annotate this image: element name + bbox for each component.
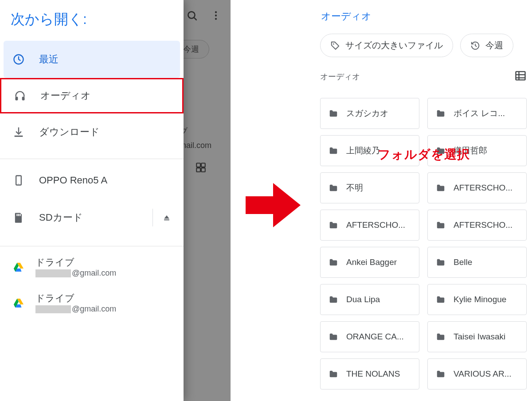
drawer-item-device[interactable]: OPPO Reno5 A [0, 162, 184, 199]
folder-icon [328, 220, 339, 230]
folder-icon [435, 369, 446, 379]
folder-icon [328, 332, 339, 342]
folder-card[interactable]: Taisei Iwasaki [427, 321, 527, 352]
folder-icon [328, 369, 339, 379]
account-email: @gmail.com [35, 304, 116, 314]
divider [0, 159, 184, 159]
drive-icon [12, 262, 25, 273]
folder-name: AFTERSCHO... [346, 220, 405, 230]
folder-name: Ankei Bagger [346, 257, 397, 267]
drawer-item-downloads[interactable]: ダウンロード [0, 113, 184, 151]
drawer-account[interactable]: ドライブ @gmail.com [0, 285, 184, 321]
left-screenshot: 今週 ブ mail.com 次から開く: 最近 オーディオ ダウンロード OPP… [0, 0, 231, 401]
folder-card[interactable]: AFTERSCHO... [427, 210, 527, 241]
callout-annotation: フォルダを選択 [378, 146, 470, 163]
account-label: ドライブ [35, 292, 116, 304]
tag-icon [330, 41, 340, 51]
drawer-account[interactable]: ドライブ @gmail.com [0, 249, 184, 285]
chip-label: サイズの大きいファイル [345, 39, 443, 51]
download-icon [12, 126, 25, 138]
right-screenshot: オーディオ サイズの大きいファイル 今週 オーディオ フォルダを選択 スガシカオ… [315, 0, 532, 401]
folder-icon [435, 295, 446, 304]
folder-icon [435, 257, 446, 267]
folder-name: VARIOUS AR... [454, 369, 512, 379]
divider [0, 246, 184, 246]
folder-name: AFTERSCHO... [454, 183, 512, 193]
headphones-icon [14, 90, 26, 102]
redacted [35, 269, 71, 277]
clock-icon [12, 53, 25, 66]
folder-icon [328, 295, 339, 304]
folder-card[interactable]: ボイス レコ... [427, 98, 527, 129]
account-email: @gmail.com [35, 269, 116, 278]
folder-name: ボイス レコ... [454, 108, 505, 119]
phone-icon [12, 174, 25, 187]
drawer-item-recent[interactable]: 最近 [4, 41, 180, 78]
folder-icon [435, 332, 446, 342]
folder-icon [435, 220, 446, 230]
drawer-title: 次から開く: [0, 0, 184, 41]
folder-name: スガシカオ [346, 108, 388, 119]
folder-icon [435, 183, 446, 193]
folder-icon [328, 109, 339, 118]
folder-card[interactable]: AFTERSCHO... [427, 172, 527, 203]
folder-name: Taisei Iwasaki [454, 332, 505, 342]
filter-chips: サイズの大きいファイル 今週 [320, 34, 527, 69]
account-label: ドライブ [35, 256, 116, 269]
breadcrumb[interactable]: オーディオ [320, 0, 527, 34]
chip-label: 今週 [485, 39, 503, 51]
section-header: オーディオ フォルダを選択 [320, 69, 527, 87]
history-icon [470, 41, 480, 51]
sdcard-icon [12, 211, 25, 224]
folder-card[interactable]: AFTERSCHO... [320, 210, 419, 241]
folder-card[interactable]: Kylie Minogue [427, 284, 527, 315]
folder-card[interactable]: スガシカオ [320, 98, 419, 129]
folder-card[interactable]: Ankei Bagger [320, 247, 419, 278]
folder-icon [328, 257, 339, 267]
folder-name: THE NOLANS [346, 369, 400, 379]
red-arrow-annotation [246, 183, 301, 227]
folder-card[interactable]: VARIOUS AR... [427, 358, 527, 389]
folder-name: 上間綾乃 [346, 145, 380, 156]
folder-name: 不明 [346, 182, 363, 194]
drawer-item-label: SDカード [39, 211, 83, 224]
drawer-item-sdcard[interactable]: SDカード [0, 199, 184, 236]
folder-name: Dua Lipa [346, 295, 380, 304]
folder-grid: スガシカオ ボイス レコ... 上間綾乃 織田哲郎 不明 AFTERSCHO..… [320, 87, 527, 389]
view-toggle-button[interactable] [514, 70, 527, 84]
chip-large-files[interactable]: サイズの大きいファイル [320, 34, 453, 57]
drawer-item-label: オーディオ [40, 89, 91, 102]
folder-name: Belle [454, 257, 472, 267]
folder-name: Kylie Minogue [454, 295, 506, 304]
folder-icon [328, 146, 339, 156]
folder-card[interactable]: Dua Lipa [320, 284, 419, 315]
redacted [35, 305, 71, 313]
folder-icon [328, 183, 339, 193]
eject-button[interactable] [162, 211, 171, 224]
folder-card[interactable]: 不明 [320, 172, 419, 203]
folder-card[interactable]: THE NOLANS [320, 358, 419, 389]
folder-name: ORANGE CA... [346, 332, 404, 342]
chip-this-week[interactable]: 今週 [460, 34, 513, 57]
list-view-icon [514, 70, 527, 82]
eject-icon [162, 211, 171, 224]
folder-icon [435, 109, 446, 118]
drawer-item-label: ダウンロード [39, 125, 100, 139]
open-from-drawer: 次から開く: 最近 オーディオ ダウンロード OPPO Reno5 A SDカー… [0, 0, 184, 401]
drawer-item-label: OPPO Reno5 A [39, 175, 107, 186]
section-label: オーディオ [320, 71, 360, 82]
folder-card[interactable]: Belle [427, 247, 527, 278]
drawer-item-label: 最近 [39, 53, 59, 66]
drive-icon [12, 298, 25, 308]
folder-name: AFTERSCHO... [454, 220, 512, 230]
folder-card[interactable]: ORANGE CA... [320, 321, 419, 352]
drawer-item-audio[interactable]: オーディオ [0, 78, 184, 113]
